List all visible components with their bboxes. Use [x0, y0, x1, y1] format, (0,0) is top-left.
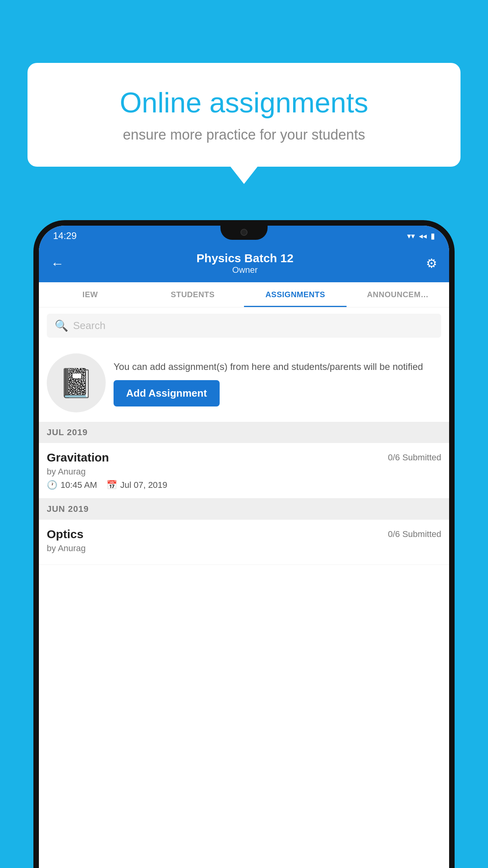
assignment-time: 10:45 AM: [61, 480, 97, 490]
notebook-icon: 📓: [59, 366, 94, 400]
assignment-name: Gravitation: [47, 451, 109, 464]
tab-iew[interactable]: IEW: [39, 282, 141, 307]
content-area: 🔍 Search 📓 You can add assignment(s) fro…: [39, 307, 449, 868]
tab-students[interactable]: STUDENTS: [141, 282, 244, 307]
status-bar: 14:29 ▾▾ ◂◂ ▮: [39, 226, 449, 246]
assignment-name-optics: Optics: [47, 528, 83, 541]
assignment-by: by Anurag: [47, 467, 441, 477]
search-icon: 🔍: [55, 319, 68, 332]
assignment-item-optics[interactable]: Optics 0/6 Submitted by Anurag: [39, 520, 449, 565]
tab-assignments[interactable]: ASSIGNMENTS: [244, 282, 347, 307]
battery-icon: ▮: [431, 231, 435, 241]
promo-text: You can add assignment(s) from here and …: [114, 360, 441, 374]
status-time: 14:29: [53, 230, 77, 241]
calendar-icon: 📅: [106, 480, 117, 490]
promo-right: You can add assignment(s) from here and …: [114, 360, 441, 406]
speech-bubble: Online assignments ensure more practice …: [28, 63, 460, 167]
assignment-item-gravitation[interactable]: Gravitation 0/6 Submitted by Anurag 🕐 10…: [39, 443, 449, 498]
meta-time: 🕐 10:45 AM: [47, 480, 97, 490]
signal-icon: ◂◂: [419, 231, 427, 241]
promo-icon-circle: 📓: [47, 353, 106, 412]
tab-announcements[interactable]: ANNOUNCEM…: [347, 282, 449, 307]
header-subtitle: Owner: [196, 265, 294, 275]
promo-section: 📓 You can add assignment(s) from here an…: [39, 344, 449, 422]
search-bar[interactable]: 🔍 Search: [47, 314, 441, 338]
speech-bubble-subtitle: ensure more practice for your students: [55, 127, 433, 143]
add-assignment-button[interactable]: Add Assignment: [114, 380, 220, 406]
header-title: Physics Batch 12: [196, 252, 294, 265]
camera-notch: [240, 229, 248, 236]
assignment-row-top: Gravitation 0/6 Submitted: [47, 451, 441, 464]
assignment-date: Jul 07, 2019: [120, 480, 167, 490]
back-button[interactable]: ←: [51, 256, 64, 271]
assignment-meta: 🕐 10:45 AM 📅 Jul 07, 2019: [47, 480, 441, 490]
search-placeholder[interactable]: Search: [73, 320, 105, 332]
section-header-jul: JUL 2019: [39, 422, 449, 443]
speech-bubble-title: Online assignments: [55, 86, 433, 119]
tabs-bar: IEW STUDENTS ASSIGNMENTS ANNOUNCEM…: [39, 282, 449, 307]
notch: [220, 226, 268, 240]
app-header: ← Physics Batch 12 Owner ⚙: [39, 246, 449, 282]
phone-frame: 14:29 ▾▾ ◂◂ ▮ ← Physics Batch 12 Owner ⚙…: [33, 220, 455, 868]
search-container: 🔍 Search: [39, 307, 449, 344]
clock-icon: 🕐: [47, 480, 57, 490]
status-icons: ▾▾ ◂◂ ▮: [407, 231, 435, 241]
assignment-row-top-optics: Optics 0/6 Submitted: [47, 528, 441, 541]
header-center: Physics Batch 12 Owner: [196, 252, 294, 275]
phone-screen: 14:29 ▾▾ ◂◂ ▮ ← Physics Batch 12 Owner ⚙…: [39, 226, 449, 868]
meta-date: 📅 Jul 07, 2019: [106, 480, 167, 490]
wifi-icon: ▾▾: [407, 231, 415, 241]
assignment-submitted: 0/6 Submitted: [388, 452, 441, 463]
assignment-by-optics: by Anurag: [47, 543, 441, 554]
section-header-jun: JUN 2019: [39, 498, 449, 520]
speech-bubble-container: Online assignments ensure more practice …: [28, 63, 460, 167]
settings-icon[interactable]: ⚙: [426, 256, 437, 271]
assignment-submitted-optics: 0/6 Submitted: [388, 529, 441, 539]
